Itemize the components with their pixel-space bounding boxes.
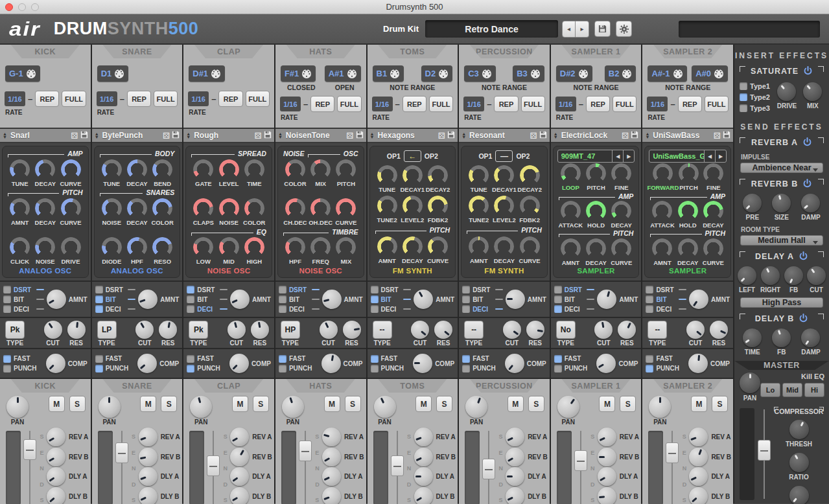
- preset-name[interactable]: Rough: [193, 131, 252, 140]
- power-icon[interactable]: [799, 251, 808, 261]
- cut-knob[interactable]: [44, 321, 62, 339]
- tune-knob[interactable]: [377, 165, 397, 185]
- hold-knob[interactable]: [678, 201, 698, 221]
- preset-name[interactable]: NoisenTone: [285, 131, 344, 140]
- mix-knob[interactable]: [336, 237, 356, 257]
- power-icon[interactable]: [799, 314, 808, 323]
- amnt-knob[interactable]: [377, 236, 397, 257]
- save-preset-icon[interactable]: [447, 131, 455, 140]
- attack-knob[interactable]: [652, 201, 672, 221]
- solo-button[interactable]: S: [161, 396, 177, 412]
- fm-routing-button[interactable]: —: [495, 150, 513, 162]
- volume-fader[interactable]: [665, 427, 679, 504]
- full-button[interactable]: FULL: [521, 96, 545, 112]
- room-type-dropdown[interactable]: Medium Hall: [740, 235, 823, 246]
- preset-spinner[interactable]: ▲▼: [554, 132, 558, 139]
- repeat-button[interactable]: REP: [494, 96, 518, 112]
- preset-spinner[interactable]: ▲▼: [3, 132, 7, 139]
- cut-knob[interactable]: [228, 321, 246, 339]
- solo-button[interactable]: S: [436, 396, 452, 412]
- preset-spinner[interactable]: ▲▼: [278, 132, 283, 139]
- fader-handle[interactable]: [666, 442, 679, 463]
- note-button[interactable]: A#0: [692, 65, 728, 82]
- comp-knob[interactable]: [229, 354, 249, 373]
- pan-knob[interactable]: [6, 396, 29, 418]
- pan-knob[interactable]: [465, 396, 487, 418]
- bit-checkbox[interactable]: [554, 295, 562, 303]
- color-knob[interactable]: [152, 198, 172, 218]
- preset-name[interactable]: Resonant: [468, 131, 528, 140]
- time-knob[interactable]: [244, 159, 264, 179]
- pitch-knob[interactable]: [679, 163, 699, 183]
- pan-knob[interactable]: [649, 396, 671, 418]
- comp-knob[interactable]: [596, 354, 616, 373]
- deci-checkbox[interactable]: [646, 305, 653, 313]
- punch-checkbox[interactable]: [371, 365, 379, 372]
- amnt-knob[interactable]: [414, 290, 433, 309]
- cut-knob[interactable]: [320, 321, 338, 339]
- cut-knob[interactable]: [135, 321, 154, 339]
- save-preset-icon[interactable]: [356, 131, 364, 140]
- decay-knob[interactable]: [35, 198, 55, 218]
- drive-knob[interactable]: [777, 82, 796, 101]
- attack-knob[interactable]: [561, 201, 581, 221]
- fast-checkbox[interactable]: [646, 355, 653, 363]
- noise-knob[interactable]: [35, 237, 55, 257]
- dsrt-checkbox[interactable]: [3, 286, 11, 293]
- note-button[interactable]: F#1: [281, 65, 316, 82]
- mix-knob[interactable]: [803, 82, 822, 101]
- repeat-button[interactable]: REP: [310, 96, 334, 112]
- repeat-button[interactable]: REP: [35, 91, 59, 107]
- rev-b-send-knob[interactable]: [230, 448, 249, 466]
- dly-b-send-knob[interactable]: [414, 487, 433, 504]
- comp-knob[interactable]: [137, 354, 157, 373]
- reso-knob[interactable]: [152, 237, 172, 257]
- size-knob[interactable]: [772, 194, 791, 212]
- note-button[interactable]: C3: [464, 65, 496, 82]
- forward-knob[interactable]: [653, 163, 673, 183]
- dly-b-send-knob[interactable]: [506, 487, 524, 504]
- fast-checkbox[interactable]: [95, 355, 103, 363]
- amnt-knob[interactable]: [10, 198, 30, 218]
- filter-type-button[interactable]: --: [464, 321, 484, 339]
- left-knob[interactable]: [738, 266, 756, 285]
- dly-a-send-knob[interactable]: [322, 467, 341, 486]
- save-preset-icon[interactable]: [172, 131, 180, 140]
- preset-name[interactable]: Snarl: [9, 131, 69, 140]
- full-button[interactable]: FULL: [337, 96, 361, 112]
- amnt-knob[interactable]: [47, 290, 66, 309]
- filter-type-button[interactable]: Pk: [189, 321, 208, 339]
- solo-button[interactable]: S: [528, 396, 544, 412]
- punch-checkbox[interactable]: [187, 365, 194, 372]
- dly-a-send-knob[interactable]: [506, 467, 524, 486]
- decay-knob[interactable]: [678, 238, 698, 258]
- decay-knob[interactable]: [494, 236, 514, 257]
- full-button[interactable]: FULL: [246, 91, 270, 107]
- res-knob[interactable]: [618, 321, 636, 339]
- volume-fader[interactable]: [298, 427, 312, 504]
- rate-value[interactable]: 1/16: [188, 91, 209, 106]
- dly-a-send-knob[interactable]: [598, 467, 616, 486]
- rev-a-send-knob[interactable]: [689, 428, 708, 446]
- note-button[interactable]: B2: [605, 65, 636, 82]
- rev-b-send-knob[interactable]: [689, 448, 708, 466]
- claps-knob[interactable]: [193, 198, 213, 218]
- dly-b-send-knob[interactable]: [689, 487, 708, 504]
- repeat-button[interactable]: REP: [586, 96, 610, 112]
- mute-button[interactable]: M: [49, 396, 65, 412]
- curve-knob[interactable]: [520, 236, 540, 257]
- sample-next-button[interactable]: ▶: [623, 150, 634, 162]
- bit-checkbox[interactable]: [279, 295, 286, 303]
- bend-knob[interactable]: [152, 159, 172, 179]
- amnt-knob[interactable]: [561, 238, 581, 258]
- drum-kit-selector[interactable]: Retro Dance: [425, 20, 558, 38]
- decay2-knob[interactable]: [520, 165, 540, 185]
- sample-prev-button[interactable]: ◀: [612, 150, 623, 162]
- rev-a-send-knob[interactable]: [47, 428, 65, 446]
- note-button[interactable]: B1: [373, 65, 404, 82]
- pan-knob[interactable]: [190, 396, 212, 418]
- save-preset-icon[interactable]: [631, 131, 638, 140]
- type2-checkbox[interactable]: [740, 93, 747, 101]
- tune2-knob[interactable]: [377, 196, 397, 216]
- curve-knob[interactable]: [61, 198, 81, 218]
